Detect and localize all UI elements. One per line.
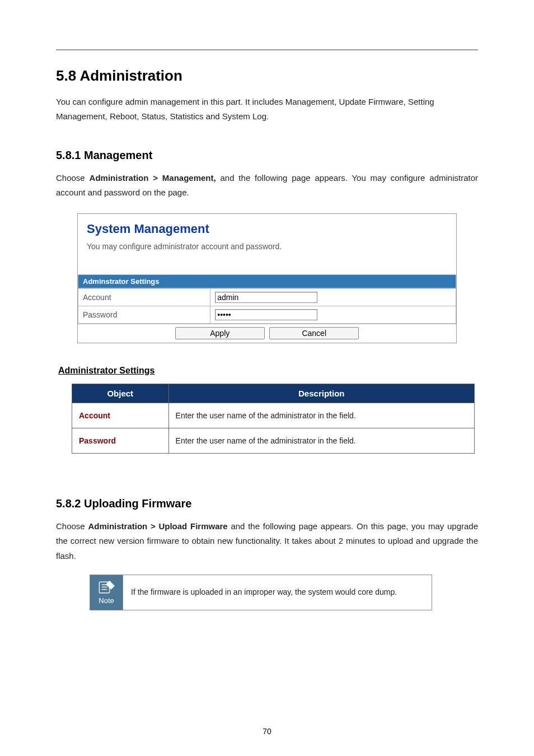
account-input[interactable] <box>215 292 317 303</box>
form-button-row: Apply Cancel <box>78 324 456 343</box>
administrator-settings-table: Object Description Account Enter the use… <box>72 384 475 454</box>
breadcrumb-path: Administration > Management, <box>90 173 216 183</box>
apply-button[interactable]: Apply <box>175 327 265 339</box>
system-management-panel: System Management You may configure admi… <box>77 213 457 343</box>
admin-settings-form: Account Password <box>78 288 456 324</box>
text-fragment: Choose <box>56 521 88 531</box>
management-paragraph: Choose Administration > Management, and … <box>56 171 478 200</box>
panel-title: System Management <box>78 214 456 240</box>
description-cell: Enter the user name of the administrator… <box>168 428 474 454</box>
object-cell: Password <box>72 428 169 454</box>
note-callout: Note If the firmware is uploaded in an i… <box>90 575 432 610</box>
password-input[interactable] <box>215 309 317 320</box>
password-label: Password <box>78 306 210 324</box>
note-text: If the firmware is uploaded in an improp… <box>123 575 432 610</box>
cancel-button[interactable]: Cancel <box>269 327 359 339</box>
heading-uploading-firmware: 5.8.2 Uploading Firmware <box>56 487 478 510</box>
administrator-settings-heading: Administrator Settings <box>58 366 478 376</box>
heading-administration: 5.8 Administration <box>56 67 478 85</box>
administrator-settings-bar: Adminstrator Settings <box>78 274 456 288</box>
intro-paragraph: You can configure admin management in th… <box>56 95 478 124</box>
table-header-object: Object <box>72 384 169 403</box>
uploading-firmware-paragraph: Choose Administration > Upload Firmware … <box>56 519 478 563</box>
table-row: Password Enter the user name of the admi… <box>72 428 475 454</box>
breadcrumb-path: Administration > Upload Firmware <box>88 521 227 531</box>
description-cell: Enter the user name of the administrator… <box>168 403 474 428</box>
table-header-description: Description <box>168 384 474 403</box>
text-fragment: Choose <box>56 173 90 183</box>
note-icon: Note <box>90 575 123 610</box>
header-rule <box>56 49 478 50</box>
heading-management: 5.8.1 Management <box>56 139 478 162</box>
account-label: Account <box>78 289 210 306</box>
panel-description: You may configure administrator account … <box>78 240 456 274</box>
table-row: Account Enter the user name of the admin… <box>72 403 475 428</box>
object-cell: Account <box>72 403 169 428</box>
note-label: Note <box>99 596 114 605</box>
page-number: 70 <box>0 727 534 736</box>
